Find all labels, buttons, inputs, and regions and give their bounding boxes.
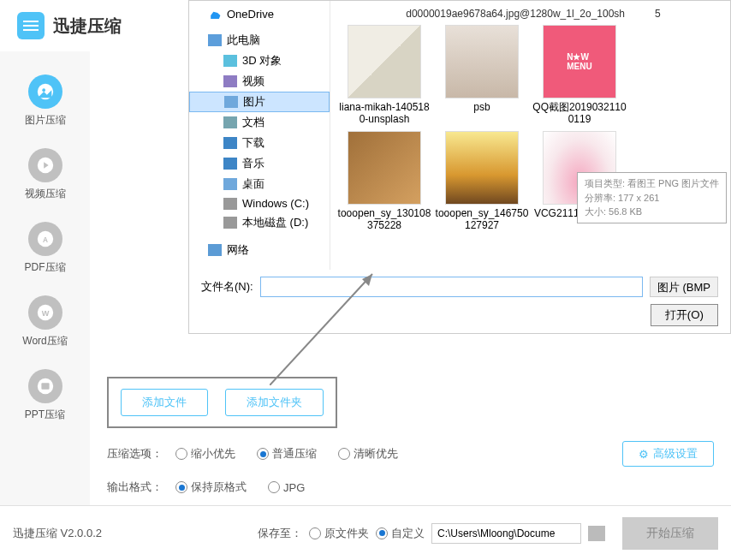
video-icon <box>223 75 237 87</box>
tree-3d-objects[interactable]: 3D 对象 <box>189 51 330 71</box>
open-button[interactable]: 打开(O) <box>651 304 718 326</box>
sidebar-item-word-compress[interactable]: W Word压缩 <box>0 285 90 359</box>
thumbnail-icon <box>445 25 519 98</box>
save-to-label: 保存至： <box>258 526 302 541</box>
output-format-label: 输出格式： <box>107 480 175 495</box>
tree-this-pc[interactable]: 此电脑 <box>189 30 330 51</box>
tree-desktop[interactable]: 桌面 <box>189 174 330 194</box>
compress-options-row: 压缩选项： 缩小优先 普通压缩 清晰优先 高级设置 <box>107 441 714 467</box>
svg-text:W: W <box>41 309 49 318</box>
drive-icon <box>223 198 237 210</box>
pictures-icon <box>224 96 238 108</box>
cube-icon <box>223 55 237 67</box>
sidebar: 图片压缩 视频压缩 A PDF压缩 W Word压缩 PPT压缩 <box>0 51 90 505</box>
path-input[interactable] <box>431 523 581 544</box>
sidebar-item-pdf-compress[interactable]: A PDF压缩 <box>0 211 90 285</box>
filename-label: 文件名(N): <box>201 279 253 295</box>
sidebar-item-label: 视频压缩 <box>25 187 66 201</box>
documents-icon <box>223 116 237 128</box>
tree-network[interactable]: 网络 <box>189 240 330 260</box>
file-item[interactable]: tooopen_sy_146750127927 <box>435 131 529 232</box>
app-title: 迅捷压缩 <box>53 15 122 38</box>
radio-normal-compress[interactable]: 普通压缩 <box>257 446 317 462</box>
tree-music[interactable]: 音乐 <box>189 153 330 174</box>
file-item[interactable]: tooopen_sy_130108375228 <box>337 131 431 232</box>
onedrive-icon <box>208 9 222 21</box>
advanced-settings-button[interactable]: 高级设置 <box>622 441 714 467</box>
tree-documents[interactable]: 文档 <box>189 112 330 133</box>
ppt-icon <box>28 369 62 403</box>
sidebar-item-label: PDF压缩 <box>25 260 66 275</box>
play-icon <box>28 148 62 182</box>
download-icon <box>223 137 237 149</box>
tree-pictures[interactable]: 图片 <box>189 92 330 112</box>
version-label: 迅捷压缩 V2.0.0.2 <box>13 526 102 541</box>
radio-jpg-format[interactable]: JPG <box>268 481 305 494</box>
network-icon <box>208 244 222 256</box>
radio-clarity-priority[interactable]: 清晰优先 <box>338 446 398 462</box>
file-item[interactable]: liana-mikah-1405180-unsplash <box>337 25 431 126</box>
gear-icon <box>639 448 649 461</box>
browse-folder-icon[interactable] <box>588 526 605 541</box>
tree-videos[interactable]: 视频 <box>189 71 330 92</box>
thumbnail-icon <box>348 131 421 205</box>
music-icon <box>223 158 237 170</box>
file-list: d0000019ae9678a64.jpg@1280w_1l_2o_100sh … <box>330 1 730 270</box>
file-top-row: d0000019ae9678a64.jpg@1280w_1l_2o_100sh … <box>337 8 723 20</box>
file-filter-dropdown[interactable]: 图片 (BMP <box>650 277 718 297</box>
radio-shrink-priority[interactable]: 缩小优先 <box>175 446 235 462</box>
file-open-dialog: OneDrive 此电脑 3D 对象 视频 图片 文档 下载 音乐 桌面 Win… <box>188 0 731 334</box>
drive-icon <box>223 217 237 229</box>
thumbnail-icon <box>445 131 519 205</box>
footer-bar: 迅捷压缩 V2.0.0.2 保存至： 原文件夹 自定义 开始压缩 <box>0 505 731 560</box>
pdf-icon: A <box>28 222 62 256</box>
desktop-icon <box>223 178 237 190</box>
add-file-button[interactable]: 添加文件 <box>121 389 208 416</box>
svg-point-1 <box>42 88 45 92</box>
thumbnail-icon: N★WMENU <box>543 25 616 98</box>
sidebar-item-label: 图片压缩 <box>25 113 66 128</box>
sidebar-item-label: Word压缩 <box>22 334 67 349</box>
output-format-row: 输出格式： 保持原格式 JPG <box>107 480 714 495</box>
tree-downloads[interactable]: 下载 <box>189 133 330 153</box>
sidebar-item-video-compress[interactable]: 视频压缩 <box>0 138 90 211</box>
tree-drive-c[interactable]: Windows (C:) <box>189 194 330 212</box>
image-icon <box>28 74 62 109</box>
app-logo <box>17 12 45 39</box>
radio-original-folder[interactable]: 原文件夹 <box>309 526 369 541</box>
pc-icon <box>208 34 222 46</box>
file-item[interactable]: psb <box>435 25 529 126</box>
sidebar-item-ppt-compress[interactable]: PPT压缩 <box>0 359 90 432</box>
sidebar-item-label: PPT压缩 <box>25 408 65 422</box>
tree-drive-d[interactable]: 本地磁盘 (D:) <box>189 212 330 233</box>
filename-input[interactable] <box>260 277 643 297</box>
start-compress-button[interactable]: 开始压缩 <box>622 517 718 550</box>
radio-custom-folder[interactable]: 自定义 <box>376 526 425 541</box>
svg-text:A: A <box>43 236 48 244</box>
add-buttons-box: 添加文件 添加文件夹 <box>107 377 337 428</box>
file-tooltip: 项目类型: 看图王 PNG 图片文件 分辨率: 177 x 261 大小: 56… <box>577 172 727 223</box>
word-icon: W <box>28 295 62 330</box>
compress-options-label: 压缩选项： <box>107 446 175 462</box>
sidebar-item-image-compress[interactable]: 图片压缩 <box>0 64 90 138</box>
file-item[interactable]: N★WMENUQQ截图20190321100119 <box>532 25 627 126</box>
folder-tree: OneDrive 此电脑 3D 对象 视频 图片 文档 下载 音乐 桌面 Win… <box>189 1 330 270</box>
svg-rect-8 <box>41 383 49 389</box>
thumbnail-icon <box>348 25 421 98</box>
add-folder-button[interactable]: 添加文件夹 <box>225 389 324 416</box>
tree-onedrive[interactable]: OneDrive <box>189 5 330 23</box>
radio-keep-format[interactable]: 保持原格式 <box>175 480 247 495</box>
